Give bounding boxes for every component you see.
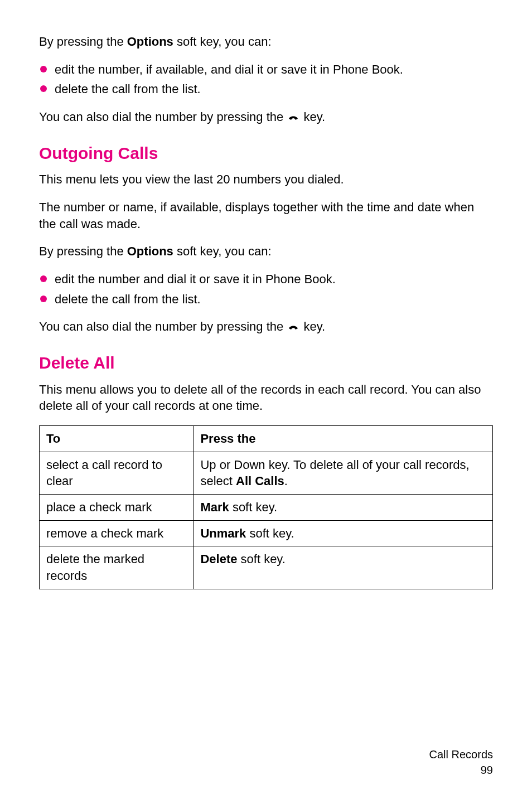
list-item: delete the call from the list.: [39, 291, 493, 308]
outgoing-desc-1: This menu lets you view the last 20 numb…: [39, 171, 493, 188]
cell-press: Mark soft key.: [194, 495, 493, 521]
unmark-label: Unmark: [200, 526, 246, 540]
bullet-text: edit the number and dial it or save it i…: [55, 272, 336, 286]
intro-paragraph: By pressing the Options soft key, you ca…: [39, 33, 493, 50]
outgoing-bullets: edit the number and dial it or save it i…: [39, 271, 493, 307]
cell-to: place a check mark: [40, 495, 194, 521]
delete-all-table: To Press the select a call record to cle…: [39, 425, 493, 589]
mark-label: Mark: [200, 500, 229, 514]
table-row: place a check mark Mark soft key.: [40, 495, 493, 521]
outgoing-press-paragraph: By pressing the Options soft key, you ca…: [39, 243, 493, 260]
all-calls-label: All Calls: [236, 474, 284, 488]
text: .: [284, 474, 288, 488]
cell-to: delete the marked records: [40, 546, 194, 589]
footer-section: Call Records: [429, 747, 493, 762]
outgoing-calls-heading: Outgoing Calls: [39, 142, 493, 165]
text: key.: [300, 110, 325, 124]
cell-to: remove a check mark: [40, 520, 194, 546]
options-label: Options: [127, 244, 173, 258]
text: By pressing the: [39, 244, 127, 258]
text: key.: [300, 319, 325, 333]
delete-label: Delete: [200, 552, 237, 566]
table-header-row: To Press the: [40, 425, 493, 452]
list-item: edit the number and dial it or save it i…: [39, 271, 493, 288]
delete-all-desc: This menu allows you to delete all of th…: [39, 381, 493, 414]
table-header-press: Press the: [194, 425, 493, 452]
page-footer: Call Records 99: [429, 747, 493, 778]
call-key-icon: [287, 112, 300, 122]
text: soft key.: [246, 526, 294, 540]
bullet-text: edit the number, if available, and dial …: [55, 62, 403, 76]
outgoing-desc-2: The number or name, if available, displa…: [39, 199, 493, 232]
text: soft key.: [237, 552, 285, 566]
text: You can also dial the number by pressing…: [39, 319, 287, 333]
cell-press: Up or Down key. To delete all of your ca…: [194, 452, 493, 494]
cell-press: Unmark soft key.: [194, 520, 493, 546]
text: You can also dial the number by pressing…: [39, 110, 287, 124]
table-row: delete the marked records Delete soft ke…: [40, 546, 493, 589]
text: soft key, you can:: [173, 35, 272, 49]
intro-dial-paragraph: You can also dial the number by pressing…: [39, 109, 493, 125]
page-number: 99: [429, 762, 493, 778]
call-key-icon: [287, 322, 300, 332]
list-item: edit the number, if available, and dial …: [39, 61, 493, 78]
bullet-text: delete the call from the list.: [55, 292, 201, 306]
cell-press: Delete soft key.: [194, 546, 493, 589]
cell-to: select a call record to clear: [40, 452, 194, 494]
bullet-text: delete the call from the list.: [55, 82, 201, 96]
intro-bullets: edit the number, if available, and dial …: [39, 61, 493, 98]
list-item: delete the call from the list.: [39, 81, 493, 98]
text: soft key.: [229, 500, 277, 514]
options-label: Options: [127, 35, 173, 49]
delete-all-heading: Delete All: [39, 352, 493, 375]
table-header-to: To: [40, 425, 194, 452]
outgoing-dial-paragraph: You can also dial the number by pressing…: [39, 318, 493, 335]
text: soft key, you can:: [173, 244, 272, 258]
table-row: select a call record to clear Up or Down…: [40, 452, 493, 494]
text: By pressing the: [39, 35, 127, 49]
table-row: remove a check mark Unmark soft key.: [40, 520, 493, 546]
